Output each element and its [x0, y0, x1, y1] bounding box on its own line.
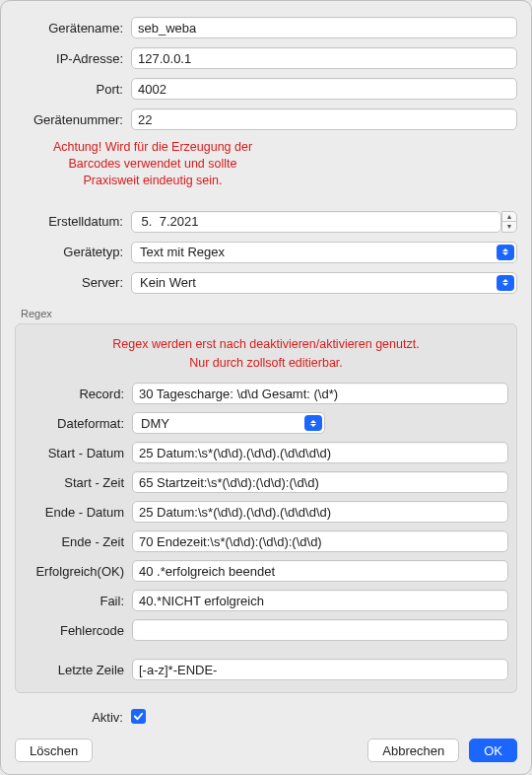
ende-datum-input[interactable]	[132, 501, 508, 523]
label-fail: Fail:	[24, 594, 132, 608]
geraetetyp-select[interactable]: Text mit Regex	[131, 242, 517, 263]
dateformat-select[interactable]: DMY	[132, 412, 325, 434]
warning-line-3: Praxisweit eindeutig sein.	[15, 173, 291, 189]
label-ende-datum: Ende - Datum	[24, 505, 132, 520]
label-fehlercode: Fehlercode	[24, 623, 132, 638]
chevron-down-icon[interactable]: ▼	[502, 221, 516, 232]
fail-input[interactable]	[132, 590, 508, 611]
warning-line-2: Barcodes verwendet und sollte	[15, 156, 291, 173]
server-select[interactable]: Kein Wert	[131, 272, 517, 294]
aktiv-checkbox[interactable]	[131, 709, 146, 724]
label-geraetenummer: Gerätenummer:	[15, 112, 131, 127]
label-aktiv: Aktiv:	[15, 710, 131, 725]
port-input[interactable]	[131, 78, 517, 100]
geraetenummer-input[interactable]	[131, 108, 517, 130]
popup-arrow-icon	[304, 415, 322, 431]
dateformat-value: DMY	[141, 416, 169, 431]
start-zeit-input[interactable]	[132, 471, 508, 493]
geraetename-input[interactable]	[131, 17, 517, 38]
label-ende-zeit: Ende - Zeit	[24, 534, 132, 549]
regex-warning-1: Regex werden erst nach deaktivieren/akti…	[24, 336, 508, 353]
popup-arrow-icon	[497, 275, 514, 291]
popup-arrow-icon	[497, 245, 514, 260]
erstelldatum-stepper[interactable]: ▲ ▼	[131, 211, 517, 233]
label-letzte-zeile: Letzte Zeile	[24, 663, 132, 677]
geraetetyp-value: Text mit Regex	[140, 245, 225, 259]
section-title-regex: Regex	[21, 308, 515, 319]
regex-warning-2: Nur durch zollsoft editierbar.	[24, 355, 508, 372]
label-start-datum: Start - Datum	[24, 446, 132, 460]
erstelldatum-input[interactable]	[131, 211, 501, 233]
chevron-up-icon[interactable]: ▲	[502, 212, 516, 222]
ok-button[interactable]: OK	[469, 739, 517, 762]
label-record: Record:	[24, 387, 132, 401]
start-datum-input[interactable]	[132, 442, 508, 463]
letzte-zeile-input[interactable]	[132, 659, 508, 680]
record-input[interactable]	[132, 383, 508, 404]
label-geraetetyp: Gerätetyp:	[15, 245, 131, 259]
loeschen-button[interactable]: Löschen	[15, 739, 93, 762]
stepper-buttons[interactable]: ▲ ▼	[501, 211, 517, 233]
label-dateformat: Dateformat:	[24, 416, 132, 431]
fehlercode-input[interactable]	[132, 619, 508, 641]
warning-line-1: Achtung! Wird für die Erzeugung der	[15, 139, 291, 156]
server-value: Kein Wert	[140, 275, 196, 290]
label-start-zeit: Start - Zeit	[24, 475, 132, 490]
label-ip: IP-Adresse:	[15, 51, 131, 66]
abbrechen-button[interactable]: Abbrechen	[367, 739, 459, 762]
footer: Löschen Abbrechen OK	[15, 739, 517, 762]
check-icon	[133, 711, 144, 722]
label-server: Server:	[15, 275, 131, 290]
label-erstelldatum: Erstelldatum:	[15, 214, 131, 229]
erfolgreich-input[interactable]	[132, 560, 508, 582]
ende-zeit-input[interactable]	[132, 530, 508, 552]
regex-group: Regex werden erst nach deaktivieren/akti…	[15, 323, 517, 694]
label-port: Port:	[15, 82, 131, 97]
label-erfolgreich: Erfolgreich(OK)	[24, 564, 132, 579]
dialog-window: Gerätename: IP-Adresse: Port: Gerätenumm…	[0, 0, 532, 775]
label-geraetename: Gerätename:	[15, 21, 131, 35]
ip-input[interactable]	[131, 47, 517, 69]
content: Gerätename: IP-Adresse: Port: Gerätenumm…	[1, 1, 531, 735]
